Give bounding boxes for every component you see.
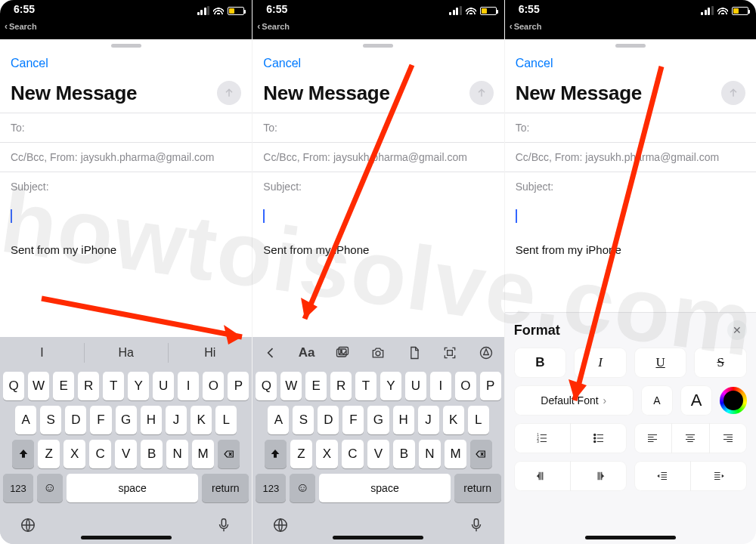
key[interactable]: G (116, 406, 137, 434)
key[interactable]: I (178, 372, 199, 400)
key[interactable]: D (65, 406, 86, 434)
key[interactable]: O (455, 372, 476, 400)
key[interactable]: Y (128, 372, 149, 400)
key[interactable]: X (316, 440, 338, 468)
key[interactable]: N (166, 440, 188, 468)
key[interactable]: Y (380, 372, 401, 400)
backspace-key[interactable] (218, 440, 240, 468)
numbered-list-button[interactable]: 123 (514, 423, 570, 453)
key[interactable]: W (280, 372, 302, 400)
to-field[interactable]: To: (253, 113, 503, 142)
key[interactable]: P (480, 372, 501, 400)
ccbcc-field[interactable]: Cc/Bcc, From: jaysukh.pharma@gmail.com (505, 142, 756, 172)
key[interactable]: C (342, 440, 364, 468)
underline-button[interactable]: U (634, 348, 687, 378)
photo-library-icon[interactable] (324, 345, 360, 360)
suggestion[interactable]: Ha (84, 337, 168, 369)
key[interactable]: F (342, 406, 364, 434)
key[interactable]: V (367, 440, 389, 468)
key[interactable]: L (468, 406, 489, 434)
key[interactable]: J (166, 406, 187, 434)
back-to-search[interactable]: ‹Search (5, 21, 37, 32)
text-format-icon[interactable]: Aa (289, 345, 324, 360)
scan-icon[interactable] (432, 345, 468, 360)
key[interactable]: K (443, 406, 464, 434)
rtl-button[interactable] (570, 461, 627, 491)
shift-key[interactable] (12, 440, 34, 468)
globe-icon[interactable] (20, 517, 36, 536)
strikethrough-button[interactable]: S (694, 348, 747, 378)
ltr-button[interactable] (514, 461, 570, 491)
space-key[interactable]: space (319, 474, 450, 502)
camera-icon[interactable] (361, 345, 396, 360)
cancel-button[interactable]: Cancel (263, 57, 301, 70)
key[interactable]: S (293, 406, 314, 434)
home-indicator[interactable] (585, 536, 676, 539)
send-button[interactable] (721, 81, 745, 105)
key[interactable]: Z (38, 440, 60, 468)
key[interactable]: U (153, 372, 174, 400)
italic-button[interactable]: I (574, 348, 627, 378)
key[interactable]: T (355, 372, 376, 400)
key[interactable]: F (90, 406, 111, 434)
body-field[interactable] (0, 201, 252, 239)
body-field[interactable] (505, 201, 756, 239)
back-to-search[interactable]: ‹Search (510, 21, 542, 32)
key[interactable]: I (430, 372, 451, 400)
key[interactable]: A (15, 406, 36, 434)
align-right-button[interactable] (709, 423, 747, 453)
key[interactable]: P (228, 372, 249, 400)
bold-button[interactable]: B (514, 348, 567, 378)
subject-field[interactable]: Subject: (253, 172, 503, 201)
key[interactable]: N (419, 440, 441, 468)
backspace-key[interactable] (470, 440, 492, 468)
key[interactable]: J (418, 406, 439, 434)
key[interactable]: D (318, 406, 339, 434)
key[interactable]: X (64, 440, 85, 468)
numbers-key[interactable]: 123 (3, 474, 33, 502)
key[interactable]: G (367, 406, 389, 434)
increase-font-button[interactable]: A (680, 385, 712, 416)
key[interactable]: M (445, 440, 466, 468)
key[interactable]: B (393, 440, 415, 468)
sheet-grabber[interactable] (363, 44, 393, 48)
key[interactable]: T (103, 372, 124, 400)
key[interactable]: S (40, 406, 61, 434)
globe-icon[interactable] (272, 517, 289, 536)
emoji-key[interactable]: ☺ (37, 474, 63, 502)
default-font-button[interactable]: Default Font› (514, 385, 634, 416)
space-key[interactable]: space (67, 474, 198, 502)
send-button[interactable] (217, 81, 241, 105)
to-field[interactable]: To: (505, 113, 756, 142)
key[interactable]: O (203, 372, 224, 400)
subject-field[interactable]: Subject: (0, 172, 252, 201)
key[interactable]: E (53, 372, 74, 400)
shift-key[interactable] (265, 440, 287, 468)
key[interactable]: E (305, 372, 327, 400)
indent-button[interactable] (690, 461, 747, 491)
home-indicator[interactable] (333, 536, 423, 539)
suggestion[interactable]: I (0, 337, 84, 369)
chevron-left-icon[interactable] (253, 345, 288, 360)
dictation-icon[interactable] (468, 517, 485, 536)
cancel-button[interactable]: Cancel (516, 57, 553, 70)
home-indicator[interactable] (81, 536, 172, 539)
key[interactable]: M (192, 440, 214, 468)
sheet-grabber[interactable] (615, 44, 646, 48)
align-center-button[interactable] (671, 423, 709, 453)
body-field[interactable] (253, 201, 503, 239)
key[interactable]: L (215, 406, 237, 434)
key[interactable]: H (393, 406, 414, 434)
key[interactable]: Z (290, 440, 312, 468)
key[interactable]: A (268, 406, 289, 434)
return-key[interactable]: return (454, 474, 501, 502)
key[interactable]: R (330, 372, 352, 400)
emoji-key[interactable]: ☺ (290, 474, 315, 502)
document-icon[interactable] (396, 345, 432, 360)
return-key[interactable]: return (202, 474, 249, 502)
ccbcc-field[interactable]: Cc/Bcc, From: jaysukh.pharma@gmail.com (253, 142, 503, 172)
sheet-grabber[interactable] (111, 44, 141, 48)
outdent-button[interactable] (634, 461, 690, 491)
dictation-icon[interactable] (215, 517, 232, 536)
key[interactable]: C (89, 440, 111, 468)
